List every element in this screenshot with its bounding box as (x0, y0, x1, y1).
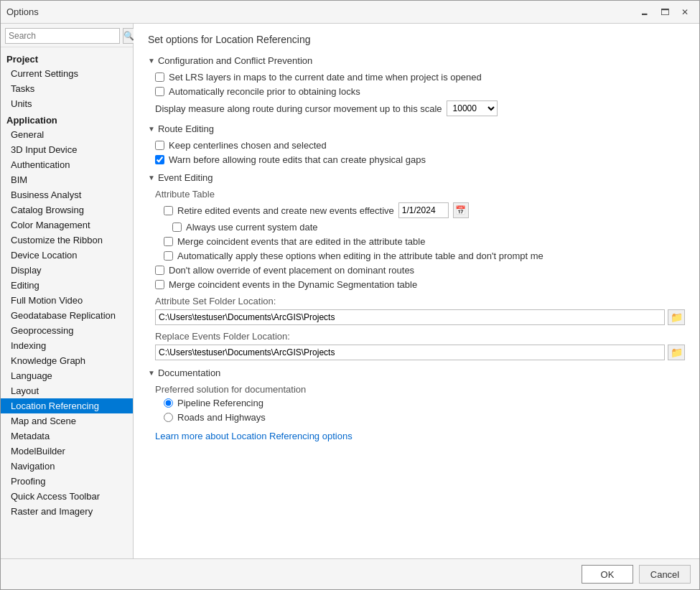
dialog-body: 🔍 Project Current Settings Tasks Units A… (1, 24, 699, 558)
nav-item-display[interactable]: Display (1, 263, 133, 278)
nav-item-map-and-scene[interactable]: Map and Scene (1, 413, 133, 429)
option-keep-centerlines: Keep centerlines chosen and selected (155, 140, 685, 151)
learn-more-link[interactable]: Learn more about Location Referencing op… (155, 431, 353, 441)
title-bar-controls: 🗕 🗖 ✕ (636, 4, 694, 21)
close-button[interactable]: ✕ (676, 4, 694, 21)
checkbox-auto-apply[interactable] (164, 251, 173, 261)
label-roads-highways: Roads and Highways (177, 412, 266, 423)
replace-events-folder-button[interactable]: 📁 (668, 345, 685, 360)
section-content-event: Attribute Table Retire edited events and… (148, 189, 685, 360)
minimize-button[interactable]: 🗕 (636, 4, 653, 21)
nav-item-device-location[interactable]: Device Location (1, 248, 133, 263)
scale-select[interactable]: 1000 5000 10000 25000 50000 100000 (447, 100, 498, 116)
nav-item-3d-input-device[interactable]: 3D Input Device (1, 142, 133, 157)
radio-pipeline-referencing[interactable] (164, 398, 173, 408)
option-dont-allow: Don't allow override of event placement … (155, 265, 685, 276)
dialog-title: Options (6, 6, 39, 17)
right-panel: Set options for Location Referencing ▼ C… (134, 24, 699, 558)
collapse-icon-route[interactable]: ▼ (148, 125, 155, 133)
option-roads-highways: Roads and Highways (155, 412, 685, 423)
search-input[interactable] (5, 28, 120, 44)
checkbox-auto-reconcile[interactable] (155, 87, 164, 96)
checkbox-warn-before[interactable] (155, 155, 164, 164)
nav-item-full-motion-video[interactable]: Full Motion Video (1, 293, 133, 308)
option-auto-reconcile: Automatically reconcile prior to obtaini… (155, 86, 685, 97)
cancel-button[interactable]: Cancel (639, 565, 691, 584)
date-input-retire[interactable] (398, 202, 449, 218)
nav-item-color-management[interactable]: Color Management (1, 217, 133, 233)
section-route-editing: ▼ Route Editing Keep centerlines chosen … (148, 123, 685, 165)
replace-events-folder-label: Replace Events Folder Location: (155, 331, 685, 342)
checkbox-set-lrs-layers[interactable] (155, 72, 164, 82)
attribute-set-folder-input[interactable] (155, 309, 665, 325)
nav-item-navigation[interactable]: Navigation (1, 459, 133, 474)
collapse-icon-docs[interactable]: ▼ (148, 369, 155, 377)
label-retire-edited: Retire edited events and create new even… (177, 205, 394, 216)
attribute-set-folder-label: Attribute Set Folder Location: (155, 296, 685, 306)
checkbox-merge-coincident-attr[interactable] (164, 237, 173, 246)
application-group-label: Application (1, 111, 133, 127)
collapse-icon-event[interactable]: ▼ (148, 174, 155, 182)
replace-events-folder-section: Replace Events Folder Location: 📁 (155, 331, 685, 360)
checkbox-retire-edited[interactable] (164, 206, 173, 215)
nav-item-layout[interactable]: Layout (1, 383, 133, 398)
section-header-event: ▼ Event Editing (148, 172, 685, 183)
nav-item-geodatabase-replication[interactable]: Geodatabase Replication (1, 308, 133, 323)
nav-item-knowledge-graph[interactable]: Knowledge Graph (1, 353, 133, 368)
nav-item-catalog-browsing[interactable]: Catalog Browsing (1, 202, 133, 217)
checkbox-merge-coincident-dynamic[interactable] (155, 280, 164, 289)
preferred-solution-label: Preferred solution for documentation (155, 384, 685, 395)
attribute-set-folder-button[interactable]: 📁 (668, 309, 685, 325)
options-dialog: Options 🗕 🗖 ✕ 🔍 Project Current Settings… (0, 0, 700, 590)
option-display-measure: Display measure along route during curso… (155, 100, 685, 116)
nav-item-tasks[interactable]: Tasks (1, 81, 133, 96)
nav-item-authentication[interactable]: Authentication (1, 157, 133, 172)
checkbox-dont-allow[interactable] (155, 266, 164, 275)
maximize-button[interactable]: 🗖 (656, 4, 673, 21)
option-auto-apply: Automatically apply these options when e… (155, 250, 685, 261)
nav-item-units[interactable]: Units (1, 96, 133, 111)
section-content-docs: Preferred solution for documentation Pip… (148, 384, 685, 441)
replace-events-folder-input[interactable] (155, 345, 665, 360)
nav-item-geoprocessing[interactable]: Geoprocessing (1, 323, 133, 338)
page-title: Set options for Location Referencing (148, 34, 685, 45)
nav-item-quick-access-toolbar[interactable]: Quick Access Toolbar (1, 489, 133, 504)
attribute-table-label: Attribute Table (155, 189, 685, 200)
label-dont-allow: Don't allow override of event placement … (169, 265, 414, 276)
nav-item-metadata[interactable]: Metadata (1, 429, 133, 444)
radio-roads-highways[interactable] (164, 413, 173, 422)
nav-item-customize-ribbon[interactable]: Customize the Ribbon (1, 233, 133, 248)
calendar-button[interactable]: 📅 (453, 202, 469, 218)
label-display-measure: Display measure along route during curso… (155, 103, 442, 114)
option-always-use-current: Always use current system date (155, 222, 685, 233)
section-header-docs: ▼ Documentation (148, 367, 685, 378)
nav-item-language[interactable]: Language (1, 368, 133, 383)
option-warn-before: Warn before allowing route edits that ca… (155, 154, 685, 165)
nav-item-modelbuilder[interactable]: ModelBuilder (1, 444, 133, 459)
checkbox-keep-centerlines[interactable] (155, 141, 164, 150)
collapse-icon-config[interactable]: ▼ (148, 57, 155, 65)
label-pipeline-referencing: Pipeline Referencing (177, 398, 263, 408)
title-bar: Options 🗕 🗖 ✕ (1, 1, 699, 24)
nav-item-proofing[interactable]: Proofing (1, 474, 133, 489)
nav-item-bim[interactable]: BIM (1, 172, 133, 187)
nav-item-editing[interactable]: Editing (1, 278, 133, 293)
nav-item-current-settings[interactable]: Current Settings (1, 66, 133, 81)
option-pipeline-referencing: Pipeline Referencing (155, 398, 685, 408)
replace-events-folder-row: 📁 (155, 345, 685, 360)
nav-item-indexing[interactable]: Indexing (1, 338, 133, 353)
section-title-route: Route Editing (158, 123, 214, 134)
section-event-editing: ▼ Event Editing Attribute Table Retire e… (148, 172, 685, 360)
section-title-docs: Documentation (158, 367, 220, 378)
section-header-config: ▼ Configuration and Conflict Prevention (148, 55, 685, 66)
nav-item-business-analyst[interactable]: Business Analyst (1, 187, 133, 202)
checkbox-always-use-current[interactable] (172, 223, 182, 232)
nav-item-general[interactable]: General (1, 127, 133, 142)
attribute-set-folder-row: 📁 (155, 309, 685, 325)
nav-item-raster-and-imagery[interactable]: Raster and Imagery (1, 504, 133, 519)
ok-button[interactable]: OK (582, 565, 633, 584)
label-auto-reconcile: Automatically reconcile prior to obtaini… (169, 86, 360, 97)
nav-list: Project Current Settings Tasks Units App… (1, 47, 133, 558)
nav-item-location-referencing[interactable]: Location Referencing (1, 398, 133, 413)
section-documentation: ▼ Documentation Preferred solution for d… (148, 367, 685, 441)
